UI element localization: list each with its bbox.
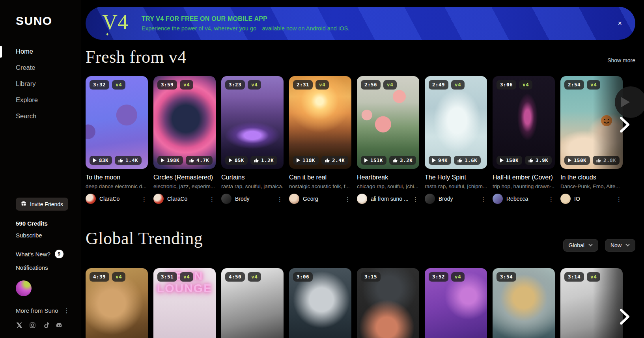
artist-name[interactable]: IO [574,196,612,202]
song-card[interactable]: 2:49v4 94K 1.6K The Holy Spirit rasta ra… [425,76,487,204]
artist-name[interactable]: ClaraCo [99,196,137,202]
region-filter-value: Global [569,242,584,248]
more-options-icon[interactable]: ⋮ [344,196,351,202]
chevron-down-icon [625,244,630,246]
sidebar-item-create[interactable]: Create [16,63,81,73]
song-cover[interactable]: 3:14v4 [560,268,623,338]
credits-label[interactable]: 590 Credits [16,220,48,227]
song-cover[interactable]: SMOKE & 3:06 [289,268,351,338]
song-cover[interactable]: 冒険 adventurer - 3:52v4 [425,268,487,338]
more-from-suno[interactable]: More from Suno ⋮ [16,307,71,314]
song-card[interactable]: SMOKE & 3:06 [289,268,351,338]
artist-avatar[interactable] [493,194,503,204]
song-card[interactable]: 3:15 [357,268,419,338]
more-options-icon[interactable]: ⋮ [63,308,71,314]
song-cover[interactable]: 2:54v4 150K 2.8K [560,76,623,169]
invite-friends-button[interactable]: Invite Friends [16,198,68,211]
song-cover[interactable]: 3:06v4 150K 3.9K [493,76,555,169]
song-cover[interactable]: 3:59v4 198K 4.7K [153,76,216,169]
song-cover[interactable]: 2:56v4 151K 3.2K [357,76,419,169]
song-title[interactable]: Heartbreak [357,174,419,181]
song-cover[interactable]: 3:23v4 85K 1.2K [221,76,284,169]
song-card[interactable]: 3:06v4 150K 3.9K Half-lit ember (Cover) … [493,76,555,204]
row-play-button[interactable] [615,86,644,118]
song-card[interactable]: 3:59v4 198K 4.7K Circles (Remastered) el… [153,76,216,204]
whats-new-link[interactable]: What's New? 9 [16,250,63,258]
artist-name[interactable]: Georg [303,196,340,202]
artist-avatar[interactable] [425,194,435,204]
more-options-icon[interactable]: ⋮ [412,196,419,202]
v4-logo: V4✦ [102,13,131,34]
more-options-icon[interactable]: ⋮ [140,196,148,202]
song-card[interactable]: NEON LOUNGE 3:51v4 [153,268,216,338]
more-options-icon[interactable]: ⋮ [615,196,623,202]
artist-row: Rebecca ⋮ [493,194,555,204]
banner-title: TRY V4 FOR FREE ON OUR MOBILE APP [142,15,349,22]
sidebar-item-library[interactable]: Library [16,79,81,89]
sidebar-item-explore[interactable]: Explore [16,95,81,105]
sidebar-item-home[interactable]: Home [16,47,81,56]
more-options-icon[interactable]: ⋮ [480,196,487,202]
scroll-next-button[interactable] [616,114,633,135]
song-card[interactable]: 2:31v4 118K 2.4K Can it be real nostalgi… [289,76,351,204]
song-card[interactable]: 3:14v4 [560,268,623,338]
song-title[interactable]: To the moon [86,174,148,181]
subscribe-link[interactable]: Subscribe [16,232,42,239]
scroll-next-button[interactable] [616,306,633,327]
song-title[interactable]: Curtains [221,174,284,181]
song-cover[interactable]: 4:39v4 [86,268,148,338]
suno-logo[interactable]: SUNO [16,14,81,28]
song-title[interactable]: Can it be real [289,174,351,181]
tiktok-icon[interactable] [43,322,49,329]
v4-promo-banner[interactable]: V4✦ TRY V4 FOR FREE ON OUR MOBILE APP Ex… [86,7,635,40]
duration-badge: 4:50 [225,272,245,282]
song-card[interactable]: 4:39v4 [86,268,148,338]
song-card[interactable]: 冒険 adventurer - 3:52v4 [425,268,487,338]
artist-name[interactable]: Brody [235,196,273,202]
artist-avatar[interactable] [86,194,96,204]
artist-avatar[interactable] [289,194,299,204]
instagram-icon[interactable] [29,322,36,329]
user-avatar[interactable] [16,280,32,296]
x-twitter-icon[interactable] [16,322,22,329]
song-cover[interactable]: 3:15 [357,268,419,338]
artist-name[interactable]: ClaraCo [167,196,205,202]
close-icon[interactable]: × [618,19,622,28]
more-options-icon[interactable]: ⋮ [547,196,555,202]
artist-avatar[interactable] [153,194,164,204]
region-filter-dropdown[interactable]: Global [563,239,598,252]
artist-name[interactable]: Rebecca [506,196,544,202]
song-cover[interactable]: NEON LOUNGE 3:51v4 [153,268,216,338]
song-card[interactable]: 2:56v4 151K 3.2K Heartbreak chicago rap,… [357,76,419,204]
song-cover[interactable]: 2:31v4 118K 2.4K [289,76,351,169]
trending-cards-row: 4:39v4 NEON LOUNGE 3:51v4 4:50v4 SMOKE & [86,268,635,338]
more-options-icon[interactable]: ⋮ [276,196,284,202]
song-card[interactable]: 2:54v4 150K 2.8K In the clouds Dance-Pun… [560,76,623,204]
artist-name[interactable]: Brody [439,196,476,202]
song-title[interactable]: Circles (Remastered) [153,174,216,181]
more-options-icon[interactable]: ⋮ [208,196,216,202]
song-title[interactable]: Half-lit ember (Cover) [493,174,555,181]
artist-avatar[interactable] [560,194,571,204]
song-title[interactable]: In the clouds [560,174,623,181]
play-count-badge: 198K [157,156,183,165]
song-cover[interactable]: 2:49v4 94K 1.6K [425,76,487,169]
song-title[interactable]: The Holy Spirit [425,174,487,181]
notifications-link[interactable]: Notifications [16,264,48,271]
time-filter-value: Now [610,242,622,248]
artist-name[interactable]: ali from suno ... [371,196,408,202]
time-filter-dropdown[interactable]: Now [605,239,635,252]
song-cover[interactable]: 3:54 [493,268,555,338]
song-cover[interactable]: 3:32v4 83K 1.4K [86,76,148,169]
song-cover[interactable]: 4:50v4 [221,268,284,338]
artist-avatar[interactable] [221,194,231,204]
song-card[interactable]: 3:23v4 85K 1.2K Curtains rasta rap, soul… [221,76,284,204]
like-count-badge: 4.7K [186,156,213,165]
artist-avatar[interactable] [357,194,367,204]
show-more-link[interactable]: Show more [607,57,635,67]
song-card[interactable]: 3:32v4 83K 1.4K To the moon deep dance e… [86,76,148,204]
discord-icon[interactable] [56,322,63,329]
sidebar-item-search[interactable]: Search [16,111,81,121]
song-card[interactable]: 4:50v4 [221,268,284,338]
song-card[interactable]: 3:54 [493,268,555,338]
